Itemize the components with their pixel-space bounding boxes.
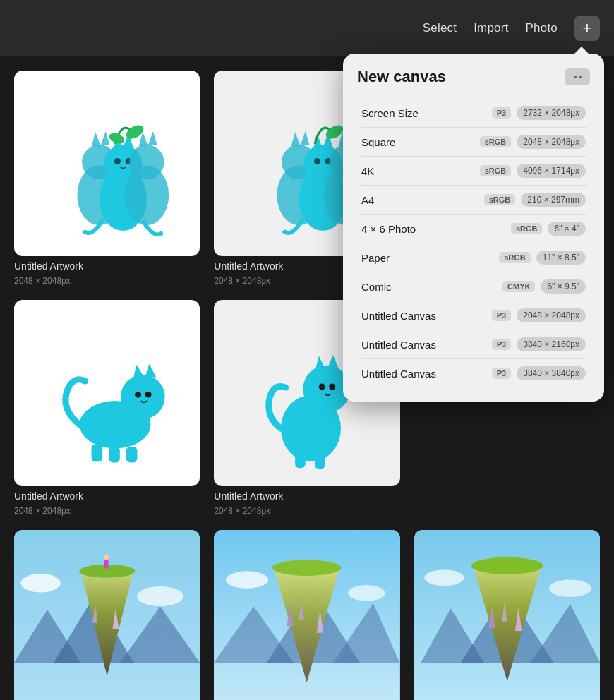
canvas-option-badge: sRGB — [480, 136, 512, 147]
svg-marker-2 — [91, 132, 100, 146]
artwork-thumbnail — [14, 530, 200, 700]
svg-point-45 — [329, 384, 335, 390]
artwork-size: 2048 × 2048px — [14, 506, 200, 516]
canvas-option-row[interactable]: Untitled CanvasP33840 × 2160px — [357, 330, 590, 359]
artwork-title: Untitled Artwork — [14, 260, 200, 272]
canvas-option-dimensions: 3840 × 2160px — [517, 337, 586, 351]
canvas-option-name: Paper — [361, 252, 499, 264]
canvas-option-name: Comic — [361, 281, 502, 293]
svg-marker-33 — [133, 365, 145, 379]
popup-title: New canvas — [357, 68, 446, 86]
canvas-option-name: Untitled Canvas — [361, 339, 492, 351]
canvas-option-badge: sRGB — [484, 194, 516, 205]
svg-marker-3 — [101, 131, 109, 145]
canvas-option-dimensions: 3840 × 3840px — [517, 366, 586, 380]
canvas-option-dimensions: 2048 × 2048px — [517, 308, 586, 322]
svg-point-36 — [145, 392, 151, 398]
add-button[interactable]: + — [574, 16, 600, 41]
canvas-option-badge: sRGB — [480, 165, 512, 176]
canvas-option-row[interactable]: PapersRGB11" × 8.5" — [357, 243, 590, 272]
gallery-item[interactable]: Untitled Artwork 2032 × 2010px — [14, 530, 200, 700]
canvas-option-badge: P3 — [492, 368, 511, 379]
artwork-title: Untitled Artwork — [14, 490, 200, 502]
canvas-option-name: Square — [361, 136, 480, 148]
svg-point-57 — [104, 554, 109, 560]
svg-rect-38 — [109, 447, 120, 462]
photo-button[interactable]: Photo — [526, 21, 558, 35]
canvas-option-name: Untitled Canvas — [361, 310, 492, 322]
gallery-item[interactable]: Untitled Artwork 2048 × 2048px — [14, 300, 200, 515]
canvas-option-dimensions: 6" × 4" — [548, 222, 586, 236]
canvas-option-name: 4 × 6 Photo — [361, 223, 511, 235]
canvas-option-badge: CMYK — [502, 281, 535, 292]
svg-point-44 — [319, 384, 325, 390]
canvas-option-dimensions: 11" × 8.5" — [536, 251, 586, 265]
canvas-option-dimensions: 6" × 9.5" — [541, 279, 586, 294]
canvas-option-badge: sRGB — [499, 252, 531, 263]
artwork-title: Untitled Artwork — [214, 490, 399, 502]
svg-rect-47 — [315, 442, 325, 469]
gallery-item[interactable]: Illustration8 2(1) 3840 × 3840px — [214, 530, 399, 700]
canvas-option-row[interactable]: Screen SizeP32732 × 2048px — [357, 99, 590, 128]
svg-point-80 — [424, 569, 464, 586]
svg-point-32 — [121, 375, 165, 419]
svg-point-58 — [20, 574, 60, 592]
artwork-thumbnail — [214, 530, 399, 700]
svg-marker-34 — [145, 364, 156, 378]
canvas-option-badge: P3 — [492, 310, 511, 321]
canvas-option-row[interactable]: 4KsRGB4096 × 1714px — [357, 157, 590, 186]
canvas-option-row[interactable]: Untitled CanvasP33840 × 3840px — [357, 359, 590, 387]
svg-point-8 — [114, 158, 121, 164]
svg-point-35 — [135, 392, 141, 398]
svg-point-24 — [314, 158, 320, 164]
canvas-option-badge: P3 — [492, 339, 511, 350]
artwork-thumbnail — [14, 300, 200, 485]
select-button[interactable]: Select — [423, 21, 457, 35]
svg-rect-46 — [295, 440, 306, 468]
svg-point-65 — [272, 560, 342, 576]
svg-point-69 — [226, 571, 268, 588]
svg-marker-18 — [291, 132, 301, 146]
canvas-option-row[interactable]: SquaresRGB2048 × 2048px — [357, 128, 590, 157]
gallery-item[interactable]: Illustration8 3840 × 3840px — [414, 530, 600, 700]
popup-header: New canvas — [357, 68, 590, 86]
canvas-option-dimensions: 2048 × 2048px — [517, 135, 586, 149]
canvas-option-dimensions: 4096 × 1714px — [517, 164, 586, 178]
canvas-option-dimensions: 2732 × 2048px — [517, 106, 586, 120]
svg-marker-43 — [327, 355, 339, 370]
canvas-option-row[interactable]: A4sRGB210 × 297mm — [357, 186, 590, 215]
canvas-option-name: A4 — [361, 194, 484, 206]
svg-marker-13 — [148, 131, 157, 145]
artwork-size: 2048 × 2048px — [14, 276, 200, 286]
popup-icon-button[interactable] — [565, 68, 590, 85]
gallery-item[interactable]: Untitled Artwork 2048 × 2048px — [14, 71, 200, 286]
artwork-thumbnail — [14, 71, 200, 256]
svg-rect-56 — [104, 559, 109, 568]
canvas-option-name: Untitled Canvas — [361, 368, 492, 380]
new-canvas-popup: New canvas Screen SizeP32732 × 2048pxSqu… — [343, 54, 604, 402]
svg-rect-39 — [126, 447, 138, 462]
svg-rect-37 — [91, 445, 102, 462]
canvas-option-row[interactable]: ComicCMYK6" × 9.5" — [357, 272, 590, 301]
svg-point-81 — [549, 579, 591, 596]
canvas-option-badge: P3 — [492, 107, 511, 119]
svg-marker-42 — [315, 356, 327, 371]
svg-point-11 — [129, 145, 164, 179]
canvas-option-name: 4K — [361, 165, 480, 177]
svg-point-70 — [348, 585, 385, 601]
svg-marker-19 — [301, 131, 309, 145]
canvas-option-badge: sRGB — [511, 223, 543, 234]
canvas-option-name: Screen Size — [361, 107, 492, 119]
canvas-option-row[interactable]: Untitled CanvasP32048 × 2048px — [357, 301, 590, 330]
canvas-option-dimensions: 210 × 297mm — [521, 193, 586, 207]
canvas-option-row[interactable]: 4 × 6 PhotosRGB6" × 4" — [357, 215, 590, 243]
import-button[interactable]: Import — [474, 21, 508, 35]
top-bar: Select Import Photo + — [0, 0, 614, 56]
svg-point-76 — [471, 557, 543, 574]
artwork-thumbnail — [414, 530, 600, 700]
svg-point-59 — [137, 586, 183, 606]
artwork-size: 2048 × 2048px — [214, 506, 399, 516]
